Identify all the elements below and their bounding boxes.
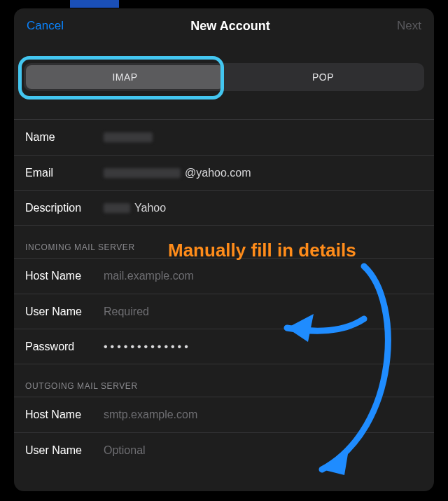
segment-imap[interactable]: IMAP <box>26 65 224 89</box>
incoming-password-label: Password <box>25 341 104 353</box>
email-domain: @yahoo.com <box>185 167 251 179</box>
incoming-host-row[interactable]: Host Name <box>14 259 434 294</box>
nav-bar: Cancel New Account Next <box>14 8 434 43</box>
incoming-user-input[interactable] <box>104 306 423 318</box>
outgoing-user-label: User Name <box>25 444 104 457</box>
outgoing-header: OUTGOING MAIL SERVER <box>14 364 434 397</box>
incoming-header: INCOMING MAIL SERVER <box>14 226 434 258</box>
incoming-user-row[interactable]: User Name <box>14 294 434 329</box>
cancel-button[interactable]: Cancel <box>27 19 64 33</box>
account-info-group: Name Email @yahoo.com Description Yahoo <box>14 119 434 226</box>
incoming-password-value: ••••••••••••• <box>104 341 423 353</box>
outgoing-group: Host Name User Name <box>14 397 434 467</box>
outgoing-host-row[interactable]: Host Name <box>14 397 434 432</box>
outgoing-user-row[interactable]: User Name <box>14 432 434 467</box>
email-value: @yahoo.com <box>104 167 423 179</box>
page-title: New Account <box>190 19 270 34</box>
incoming-group: Host Name User Name Password •••••••••••… <box>14 258 434 364</box>
redacted-email-local <box>104 168 181 178</box>
redacted-name <box>104 132 153 142</box>
name-label: Name <box>25 131 104 144</box>
incoming-password-row[interactable]: Password ••••••••••••• <box>14 329 434 364</box>
outgoing-host-input[interactable] <box>104 409 423 421</box>
description-label: Description <box>25 202 104 214</box>
description-row[interactable]: Description Yahoo <box>14 190 434 225</box>
redacted-description-prefix <box>104 203 130 213</box>
incoming-host-input[interactable] <box>104 270 423 282</box>
incoming-user-label: User Name <box>25 306 104 318</box>
segment-pop[interactable]: POP <box>224 65 422 89</box>
outgoing-user-input[interactable] <box>104 444 423 457</box>
protocol-segmented-control[interactable]: IMAP POP <box>24 63 424 91</box>
name-row[interactable]: Name <box>14 120 434 155</box>
email-row[interactable]: Email @yahoo.com <box>14 155 434 190</box>
next-button[interactable]: Next <box>397 19 421 33</box>
screenshot-canvas: Cancel New Account Next IMAP POP Name Em… <box>0 0 448 501</box>
incoming-host-label: Host Name <box>25 270 104 282</box>
outgoing-host-label: Host Name <box>25 409 104 421</box>
email-label: Email <box>25 167 104 179</box>
description-value: Yahoo <box>104 202 423 214</box>
name-value <box>104 132 423 142</box>
new-account-sheet: Cancel New Account Next IMAP POP Name Em… <box>14 8 434 491</box>
description-suffix: Yahoo <box>134 202 166 214</box>
